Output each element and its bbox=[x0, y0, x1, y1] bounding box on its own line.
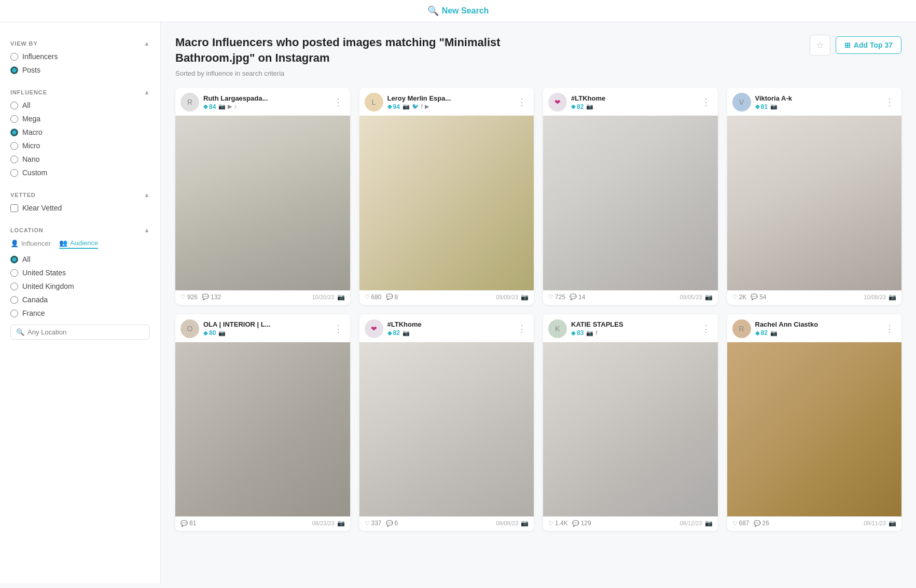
diamond-icon: ◆ bbox=[755, 330, 759, 337]
instagram-icon: 📷 bbox=[403, 330, 410, 337]
location-tab-influencer[interactable]: 👤 Influencer bbox=[10, 240, 51, 248]
post-card-8-info: Rachel Ann Ciastko ◆ 82 📷 bbox=[755, 320, 879, 337]
influence-all[interactable]: All bbox=[10, 101, 150, 109]
star-button[interactable]: ☆ bbox=[810, 35, 830, 55]
post-card-7-score: ◆ 83 bbox=[571, 329, 584, 337]
post-card-6-date: 08/08/23 bbox=[496, 520, 518, 526]
add-top-label: Add Top 37 bbox=[854, 41, 893, 49]
main-layout: VIEW BY ▲ Influencers Posts INFLUENCE ▲ … bbox=[0, 22, 916, 583]
post-card-6-more[interactable]: ⋮ bbox=[515, 323, 529, 334]
location-tab-audience[interactable]: 👥 Audience bbox=[59, 239, 98, 249]
instagram-icon: 📷 bbox=[586, 103, 593, 110]
vetted-header[interactable]: VETTED ▲ bbox=[0, 184, 160, 204]
location-canada[interactable]: Canada bbox=[10, 296, 150, 304]
post-card-2-image[interactable] bbox=[359, 116, 534, 290]
location-search-input[interactable] bbox=[27, 328, 144, 336]
location-uk[interactable]: United Kingdom bbox=[10, 282, 150, 290]
instagram-icon: 📷 bbox=[218, 103, 226, 110]
posts-grid: R Ruth Largaespada... ◆ 84 📷 ▶ ♪ bbox=[175, 88, 901, 531]
location-search[interactable]: 🔍 bbox=[10, 325, 150, 340]
post-card-1-image[interactable] bbox=[175, 116, 350, 290]
post-card-5-date-area: 08/23/23 📷 bbox=[312, 520, 345, 527]
post-card-3-stats: ♡ 725 💬 14 bbox=[548, 293, 585, 301]
view-by-posts[interactable]: Posts bbox=[10, 66, 150, 74]
post-card-8-meta: ◆ 82 📷 bbox=[755, 329, 879, 337]
post-card-6-image[interactable] bbox=[359, 342, 534, 517]
influence-custom-label: Custom bbox=[22, 169, 47, 177]
post-card-4-info: Viktoria A-k ◆ 81 📷 bbox=[755, 94, 879, 110]
comment-icon: 💬 bbox=[181, 520, 188, 527]
post-card-7-image[interactable] bbox=[543, 342, 718, 517]
new-search-button[interactable]: 🔍 New Search bbox=[427, 5, 489, 17]
add-top-button[interactable]: ⊞ Add Top 37 bbox=[836, 36, 901, 54]
post-card-4-more[interactable]: ⋮ bbox=[883, 96, 896, 108]
view-by-header[interactable]: VIEW BY ▲ bbox=[0, 33, 160, 52]
top-bar: 🔍 New Search bbox=[0, 0, 916, 22]
view-by-influencers[interactable]: Influencers bbox=[10, 52, 150, 61]
post-card-3-footer: ♡ 725 💬 14 09/05/23 📷 bbox=[543, 290, 718, 305]
post-card-7-more[interactable]: ⋮ bbox=[699, 323, 713, 334]
diamond-icon: ◆ bbox=[203, 103, 207, 110]
diamond-icon: ◆ bbox=[571, 103, 575, 110]
post-card-5-avatar: O bbox=[181, 319, 199, 338]
twitter-icon: 🐦 bbox=[412, 103, 419, 110]
insta-icon: 📷 bbox=[889, 520, 896, 527]
insta-icon: 📷 bbox=[889, 293, 896, 301]
post-card-4-image[interactable] bbox=[727, 116, 902, 290]
post-card-5-image[interactable] bbox=[175, 342, 350, 517]
heart-icon: ♡ bbox=[548, 520, 553, 527]
post-card-6: ❤ #LTKhome ◆ 82 📷 ⋮ bbox=[359, 314, 534, 531]
influence-header[interactable]: INFLUENCE ▲ bbox=[0, 81, 160, 101]
post-card-5-info: OLA | INTERIOR | L... ◆ 80 📷 bbox=[203, 320, 327, 337]
location-chevron: ▲ bbox=[144, 227, 150, 234]
post-card-7-social: 📷 f bbox=[586, 330, 597, 337]
post-card-6-info: #LTKhome ◆ 82 📷 bbox=[387, 320, 511, 337]
post-card-2-more[interactable]: ⋮ bbox=[515, 96, 529, 108]
influence-custom[interactable]: Custom bbox=[10, 169, 150, 177]
location-france[interactable]: France bbox=[10, 309, 150, 317]
heart-icon: ♡ bbox=[548, 293, 553, 300]
post-card-1-stats: ♡ 926 💬 132 bbox=[181, 293, 221, 301]
comments-stat: 💬 81 bbox=[181, 520, 196, 527]
insta-icon: 📷 bbox=[521, 293, 529, 301]
post-card-5-more[interactable]: ⋮ bbox=[331, 323, 345, 334]
post-card-8-footer: ♡ 687 💬 26 09/11/23 📷 bbox=[727, 516, 902, 531]
post-card-2-score: ◆ 94 bbox=[387, 103, 400, 110]
post-card-1-more[interactable]: ⋮ bbox=[331, 96, 345, 108]
location-france-label: France bbox=[22, 309, 45, 317]
post-card-3: ❤ #LTKhome ◆ 82 📷 ⋮ bbox=[543, 88, 718, 305]
influence-macro[interactable]: Macro bbox=[10, 128, 150, 136]
post-card-3-image[interactable] bbox=[543, 116, 718, 290]
influence-micro-label: Micro bbox=[22, 142, 40, 150]
influence-mega[interactable]: Mega bbox=[10, 115, 150, 123]
post-card-6-header: ❤ #LTKhome ◆ 82 📷 ⋮ bbox=[359, 314, 534, 342]
influence-micro[interactable]: Micro bbox=[10, 142, 150, 150]
diamond-icon: ◆ bbox=[387, 330, 392, 337]
influence-nano[interactable]: Nano bbox=[10, 155, 150, 163]
insta-icon: 📷 bbox=[521, 520, 529, 527]
post-card-8-image[interactable] bbox=[727, 342, 902, 517]
likes-stat: ♡ 926 bbox=[181, 293, 198, 301]
post-card-1: R Ruth Largaespada... ◆ 84 📷 ▶ ♪ bbox=[175, 88, 350, 305]
audience-tab-label: Audience bbox=[70, 239, 98, 247]
post-card-2-meta: ◆ 94 📷 🐦 f ▶ bbox=[387, 103, 511, 110]
sorted-label: Sorted by influence in search criteria bbox=[175, 69, 901, 77]
location-header[interactable]: LOCATION ▲ bbox=[0, 219, 160, 239]
post-card-8-avatar: R bbox=[732, 319, 751, 338]
location-all[interactable]: All bbox=[10, 255, 150, 263]
location-us[interactable]: United States bbox=[10, 269, 150, 277]
post-card-4-footer: ♡ 2K 💬 54 10/08/23 📷 bbox=[727, 290, 902, 305]
view-by-title: VIEW BY bbox=[10, 40, 38, 47]
post-card-5-meta: ◆ 80 📷 bbox=[203, 329, 327, 337]
location-search-icon: 🔍 bbox=[16, 328, 24, 336]
instagram-icon: 📷 bbox=[218, 330, 226, 337]
post-card-3-meta: ◆ 82 📷 bbox=[571, 103, 695, 110]
comments-stat: 💬 129 bbox=[572, 520, 591, 527]
comment-icon: 💬 bbox=[386, 520, 393, 527]
post-card-3-more[interactable]: ⋮ bbox=[699, 96, 713, 108]
vetted-options: Klear Vetted bbox=[0, 204, 160, 219]
vetted-klear[interactable]: Klear Vetted bbox=[10, 204, 150, 212]
post-card-1-name: Ruth Largaespada... bbox=[203, 94, 327, 102]
post-card-8-more[interactable]: ⋮ bbox=[883, 323, 896, 334]
post-card-4-date: 10/08/23 bbox=[864, 294, 886, 300]
